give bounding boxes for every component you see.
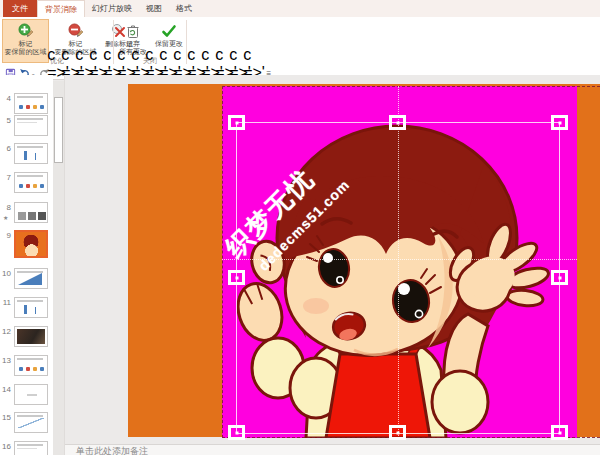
resize-handle-bottom-left[interactable] — [228, 425, 245, 440]
ribbon-tab-bar: 文件 背景消除 幻灯片放映 视图 格式 — [0, 0, 600, 17]
resize-handle-top-right[interactable] — [551, 115, 568, 130]
slide-number-11: 11 — [0, 298, 11, 307]
tab-slideshow[interactable]: 幻灯片放映 — [85, 0, 139, 17]
slide-number-9: 9 — [0, 231, 11, 240]
discard-changes-icon — [125, 23, 141, 39]
tab-format[interactable]: 格式 — [169, 0, 199, 17]
slide-thumbnail-5[interactable] — [14, 115, 48, 136]
tab-file[interactable]: 文件 — [3, 0, 37, 17]
slide-number-13: 13 — [0, 356, 11, 365]
slide-thumbnail-10[interactable] — [14, 268, 48, 289]
resize-handle-top-left[interactable] — [228, 115, 245, 130]
slide-thumbnail-16[interactable] — [14, 441, 48, 455]
slide-number-6: 6 — [0, 144, 11, 153]
slide-number-10: 10 — [0, 269, 11, 278]
mark-remove-icon — [68, 23, 84, 39]
slide-thumbnail-6[interactable] — [14, 143, 48, 164]
animation-star-icon: ★ — [3, 214, 8, 221]
background-removal-bounding-box[interactable] — [236, 122, 560, 434]
slide-number-4: 4 — [0, 94, 11, 103]
resize-handle-middle-right[interactable] — [551, 270, 568, 285]
slide-number-5: 5 — [0, 116, 11, 125]
slide-thumbnail-8[interactable] — [14, 202, 48, 223]
slide-number-15: 15 — [0, 413, 11, 422]
slide-thumbnail-panel: 45678★910111213141516 — [0, 75, 53, 455]
button-label: 标记要保留的区域 — [5, 40, 47, 55]
slide-thumbnail-13[interactable] — [14, 355, 48, 376]
slide-thumbnail-14[interactable] — [14, 384, 48, 405]
keep-changes-icon — [161, 23, 177, 39]
mark-keep-icon — [18, 23, 34, 39]
panel-scrollbar-thumb[interactable] — [54, 97, 63, 163]
resize-handle-bottom-right[interactable] — [551, 425, 568, 440]
powerpoint-window: { "ribbon": { "tabs": [ {"label": "文件", … — [0, 0, 600, 455]
slide-number-16: 16 — [0, 442, 11, 451]
slide-number-14: 14 — [0, 385, 11, 394]
slide-thumbnail-12[interactable] — [14, 326, 48, 347]
resize-handle-top-center[interactable] — [389, 115, 406, 130]
tab-background-removal[interactable]: 背景消除 — [37, 0, 85, 17]
tab-view[interactable]: 视图 — [139, 0, 169, 17]
slide-thumbnail-9[interactable] — [14, 230, 48, 258]
slide-thumbnail-7[interactable] — [14, 172, 48, 193]
slide-number-8: 8 — [0, 203, 11, 212]
notes-pane[interactable]: 单击此处添加备注 — [65, 444, 600, 455]
slide-number-12: 12 — [0, 327, 11, 336]
resize-handle-middle-left[interactable] — [228, 270, 245, 285]
slide-thumbnail-4[interactable] — [14, 93, 48, 114]
slide-thumbnail-11[interactable] — [14, 297, 48, 318]
slide-thumbnail-15[interactable] — [14, 412, 48, 433]
slide-number-7: 7 — [0, 173, 11, 182]
resize-handle-bottom-center[interactable] — [389, 425, 406, 440]
